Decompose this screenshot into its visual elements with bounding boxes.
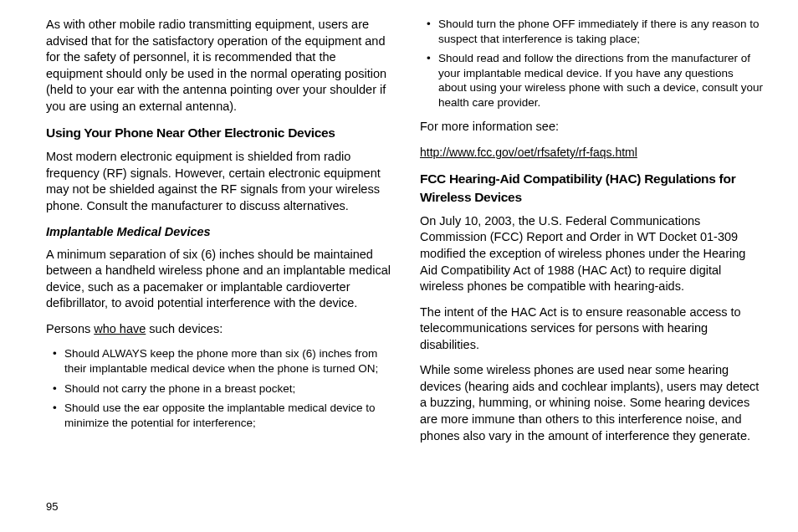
left-para-4: Persons who have such devices: bbox=[46, 321, 391, 338]
para4-pre: Persons bbox=[46, 322, 94, 335]
left-para-2: Most modern electronic equipment is shie… bbox=[46, 149, 391, 214]
left-column: As with other mobile radio transmitting … bbox=[46, 17, 391, 494]
right-column: Should turn the phone OFF immediately if… bbox=[420, 17, 765, 494]
left-para-1: As with other mobile radio transmitting … bbox=[46, 17, 391, 115]
list-item: Should ALWAYS keep the phone more than s… bbox=[46, 346, 391, 376]
page-number: 95 bbox=[46, 500, 765, 513]
left-para-3: A minimum separation of six (6) inches s… bbox=[46, 247, 391, 312]
heading-using-phone: Using Your Phone Near Other Electronic D… bbox=[46, 124, 391, 142]
fcc-link[interactable]: http://www.fcc.gov/oet/rfsafety/rf-faqs.… bbox=[420, 145, 765, 161]
list-item: Should turn the phone OFF immediately if… bbox=[420, 17, 765, 46]
list-item: Should read and follow the directions fr… bbox=[420, 51, 765, 110]
heading-implantable: Implantable Medical Devices bbox=[46, 223, 391, 240]
heading-fcc-hac: FCC Hearing-Aid Compatibility (HAC) Regu… bbox=[420, 170, 765, 206]
right-para-1: For more information see: bbox=[420, 119, 765, 136]
para4-post: such devices: bbox=[146, 322, 223, 335]
right-para-2: On July 10, 2003, the U.S. Federal Commu… bbox=[420, 213, 765, 295]
list-item: Should use the ear opposite the implanta… bbox=[46, 401, 391, 430]
right-para-4: While some wireless phones are used near… bbox=[420, 362, 765, 444]
para4-underline: who have bbox=[94, 322, 146, 335]
left-bullet-list: Should ALWAYS keep the phone more than s… bbox=[46, 346, 391, 430]
right-para-3: The intent of the HAC Act is to ensure r… bbox=[420, 304, 765, 354]
list-item: Should not carry the phone in a breast p… bbox=[46, 381, 391, 396]
page-container: As with other mobile radio transmitting … bbox=[46, 17, 765, 494]
right-bullet-list: Should turn the phone OFF immediately if… bbox=[420, 17, 765, 110]
